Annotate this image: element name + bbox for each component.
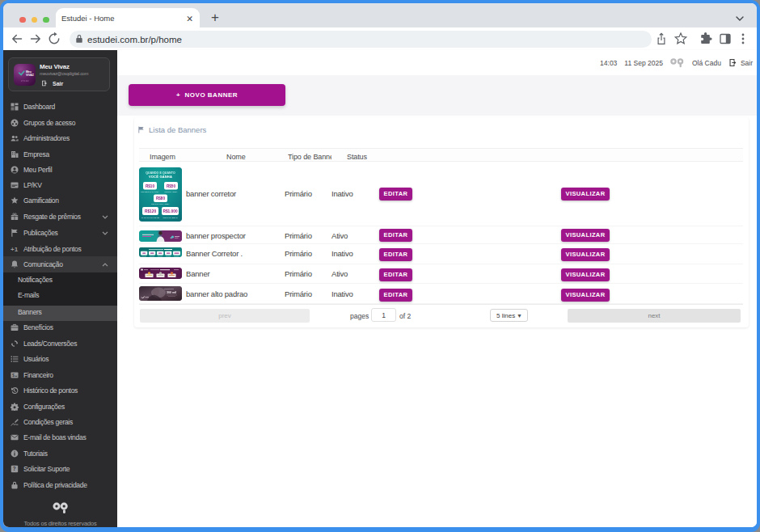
svg-text:$: $ [12,373,15,378]
svg-text:POR CADA NOVA VENDA: POR CADA NOVA VENDA [151,203,170,205]
svg-text:R$10: R$10 [146,184,154,188]
svg-text:COM MAIS VENDAS: COM MAIS VENDAS [163,217,179,218]
svg-text:NA QUARTA QUALIDADE: NA QUARTA QUALIDADE [141,217,160,218]
svg-text:?: ? [13,466,16,471]
svg-text:R$120: R$120 [145,209,156,213]
svg-text:300 mil: 300 mil [167,291,176,294]
svg-text:R$1.000: R$1.000 [163,209,177,213]
svg-text:VIVAZ: VIVAZ [26,74,34,77]
svg-text:R$50: R$50 [167,184,175,188]
svg-text:VOCÊ GANHA: VOCÊ GANHA [149,175,172,179]
svg-text:v i v a z: v i v a z [21,79,29,82]
svg-text:PRIMEIRA VENDA: PRIMEIRA VENDA [164,191,178,192]
svg-text:R$80: R$80 [156,196,165,201]
svg-text:+1: +1 [11,246,19,253]
